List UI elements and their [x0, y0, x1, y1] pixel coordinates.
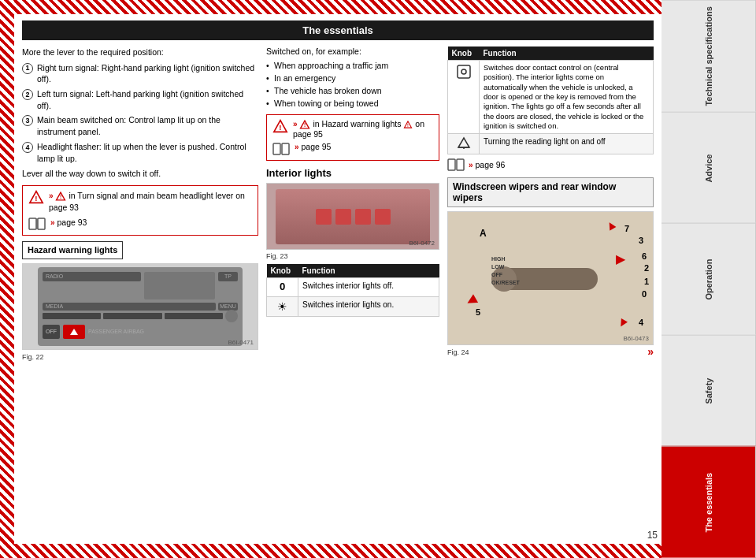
num-0: 0	[642, 289, 647, 299]
table-row: 0 Switches interior lights off.	[267, 278, 439, 297]
fig24-footer: Fig. 24 »	[447, 345, 654, 358]
interior-buttons	[316, 209, 391, 225]
fig23-label: Fig. 23	[266, 252, 439, 260]
letter-a: A	[480, 228, 487, 239]
page-title: The essentials	[22, 20, 654, 40]
tab-safety[interactable]: Safety	[662, 335, 756, 447]
left-column: More the lever to the required position:…	[22, 46, 258, 540]
svg-rect-5	[38, 218, 45, 229]
hazard-button[interactable]	[63, 325, 85, 339]
arrow-up-right: ▲	[602, 217, 621, 236]
svg-rect-4	[29, 218, 36, 229]
hazard-title: Hazard warning lights	[22, 241, 123, 259]
interior-title: Interior lights	[266, 167, 439, 179]
bullet-3: The vehicle has broken down	[266, 84, 439, 97]
num-3: 3	[639, 236, 643, 245]
arrow-right-1: ▶	[616, 251, 625, 266]
table-row: Turning the reading light on and off	[448, 134, 654, 154]
knob-contact	[448, 61, 480, 134]
num-6: 6	[642, 251, 647, 261]
wiper-labels: HIGH LOW OFF OK/RESET	[491, 255, 520, 286]
tab-technical[interactable]: Technical specifications	[662, 0, 756, 112]
tab-essentials[interactable]: The essentials	[662, 446, 756, 558]
off-button[interactable]: OFF	[43, 325, 60, 339]
item-1-text: Right turn signal: Right-hand parking li…	[37, 62, 258, 85]
warning-row-1: ! » ! in Turn signal and main beam headl…	[28, 190, 252, 214]
bullet-2: In an emergency	[266, 72, 439, 84]
function-reading: Turning the reading light on and off	[480, 134, 654, 154]
item-4-text: Headlight flasher: lit up when the lever…	[37, 141, 258, 164]
main-content: The essentials More the lever to the req…	[14, 14, 662, 544]
bullet-1: When approaching a traffic jam	[266, 59, 439, 72]
switched-on-text: Switched on, for example:	[266, 46, 439, 56]
page-ref-right: » page 96	[447, 158, 654, 171]
tab-advice[interactable]: Advice	[662, 112, 756, 224]
svg-rect-14	[282, 143, 289, 154]
num-7: 7	[624, 224, 629, 233]
chevron-right: »	[647, 345, 654, 358]
hazard-section: Hazard warning lights RADIO TP	[22, 241, 258, 363]
svg-text:!: !	[60, 194, 61, 199]
interior-btn-red3	[355, 209, 371, 225]
svg-text:!: !	[407, 123, 409, 128]
page-ref-text-right: » page 96	[469, 160, 505, 169]
interior-btn-red	[316, 209, 332, 225]
fig24-num: B6I-0473	[624, 335, 649, 342]
windscreen-section: Windscreen wipers and rear window wipers…	[447, 177, 654, 358]
inline-warning-icon-2: !	[299, 120, 310, 129]
knob-reading	[448, 134, 480, 154]
table-row: ☀ Switches interior lights on.	[267, 297, 439, 317]
inline-warning-icon-3: !	[403, 121, 413, 128]
interior-image: B6I-0472	[266, 183, 439, 250]
fig23-num: B6I-0472	[410, 240, 435, 247]
num-4: 4	[22, 142, 33, 153]
arrow-down-right: ▼	[614, 314, 632, 333]
intro-text: More the lever to the required position:	[22, 46, 258, 58]
interior-table-header-knob: Knob	[267, 264, 298, 278]
interior-section: Interior lights B6I-0472 F	[266, 167, 439, 317]
num-5: 5	[476, 307, 480, 317]
warning-text-2: » ! in Hazard warning lights ! on page 9…	[293, 119, 433, 139]
label-interval: OK/RESET	[491, 279, 520, 287]
book-svg	[28, 218, 46, 230]
warning-triangle-icon-2: !	[272, 119, 288, 133]
svg-point-16	[461, 69, 466, 74]
tab-operation[interactable]: Operation	[662, 223, 756, 335]
num-4: 4	[639, 318, 643, 327]
bottom-border	[0, 544, 662, 558]
list-item-3: 3 Main beam switched on: Control lamp li…	[22, 114, 258, 137]
book-icon-2	[272, 142, 290, 156]
knob-sun: ☀	[267, 297, 298, 317]
warning-triangle-icon: !	[28, 190, 44, 204]
ws-bg: 7 3 6 2 1 0 4 5 A ▲ ▶ ▼ ▶	[448, 212, 653, 344]
book-row-2: » page 95	[272, 142, 433, 156]
middle-column: Switched on, for example: When approachi…	[266, 46, 439, 540]
interior-table: Knob Function 0 Switches interior lights…	[266, 264, 439, 317]
book-page-ref-2: » page 95	[295, 142, 331, 151]
book-icon-1	[28, 217, 46, 231]
contact-icon	[455, 63, 472, 80]
list-item-4: 4 Headlight flasher: lit up when the lev…	[22, 141, 258, 164]
label-high: HIGH	[491, 255, 520, 263]
svg-text:!: !	[304, 122, 306, 128]
svg-rect-20	[457, 159, 464, 170]
door-contact-table: Knob Function Switches door contact cont…	[447, 46, 654, 154]
reading-light-icon	[455, 136, 472, 149]
table-row: Switches door contact control on (centra…	[448, 61, 654, 134]
svg-text:!: !	[35, 194, 37, 203]
page-number: 15	[647, 530, 658, 541]
lever-text: Lever all the way down to switch it off.	[22, 168, 258, 180]
book-row-1: » page 93	[28, 217, 252, 231]
inline-warning-icon: !	[55, 192, 66, 201]
svg-rect-13	[273, 143, 280, 154]
warning-box-2: ! » ! in Hazard warning lights !	[266, 114, 439, 161]
list-item-1: 1 Right turn signal: Right-hand parking …	[22, 62, 258, 85]
label-off: OFF	[491, 271, 520, 279]
function-sun: Switches interior lights on.	[298, 297, 439, 317]
num-1: 1	[22, 63, 33, 74]
num-3: 3	[22, 115, 33, 126]
function-contact: Switches door contact control on (centra…	[480, 61, 654, 134]
svg-rect-19	[448, 159, 455, 170]
num-2: 2	[22, 89, 33, 100]
book-icon-right	[447, 158, 465, 171]
